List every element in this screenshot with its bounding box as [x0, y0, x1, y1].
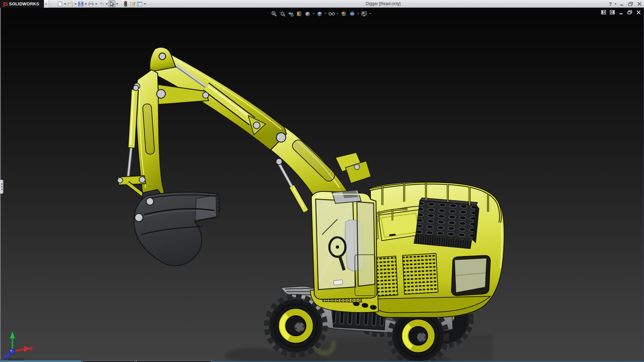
bucket[interactable]	[134, 189, 220, 266]
display-style-icon[interactable]	[316, 10, 323, 17]
restore-window-icon[interactable]	[627, 1, 634, 7]
print-icon[interactable]	[88, 0, 95, 7]
edit-appearance-icon[interactable]	[340, 10, 347, 17]
edit-note-icon[interactable]	[129, 0, 136, 7]
new-document-dropdown[interactable]	[63, 0, 67, 7]
select-dropdown[interactable]	[115, 0, 119, 7]
bottom-edge	[0, 360, 644, 362]
cab[interactable]	[311, 190, 377, 299]
chevron-left-icon	[1, 186, 2, 188]
taskbar-button-top[interactable]	[136, 360, 211, 362]
new-document-icon[interactable]	[56, 0, 63, 7]
help-dropdown[interactable]	[614, 3, 616, 5]
chevron-left-icon	[1, 188, 2, 190]
previous-view-icon[interactable]	[287, 10, 294, 17]
hide-show-items-dropdown[interactable]	[336, 10, 339, 17]
brand-name: SOLIDWORKS	[9, 2, 39, 6]
section-view-icon[interactable]	[295, 10, 303, 17]
save-icon[interactable]	[77, 0, 84, 7]
window-title: Digger [Read-only]	[366, 1, 400, 6]
apply-scene-dropdown[interactable]	[357, 10, 360, 17]
print-dropdown[interactable]	[95, 0, 98, 7]
minimize-window-icon[interactable]	[619, 1, 625, 7]
close-window-icon[interactable]	[636, 1, 643, 7]
help-icon[interactable]: ?	[608, 1, 612, 7]
hide-show-items-icon[interactable]	[328, 10, 335, 17]
headsup-view-toolbar	[270, 10, 372, 17]
orientation-triad	[4, 331, 33, 359]
document-window-controls	[601, 10, 641, 15]
chevron-left-icon	[1, 183, 2, 185]
standard-toolbar	[56, 0, 147, 8]
open-icon[interactable]	[67, 0, 74, 7]
zoom-to-fit-icon[interactable]	[270, 10, 278, 17]
view-settings-icon[interactable]	[360, 10, 368, 17]
options-dropdown[interactable]	[143, 0, 147, 7]
select-cursor-icon[interactable]	[108, 0, 115, 7]
3d-viewport[interactable]	[0, 0, 644, 362]
display-style-dropdown[interactable]	[324, 10, 327, 17]
taskbar-active-button-top[interactable]	[0, 361, 82, 362]
view-settings-dropdown[interactable]	[369, 10, 372, 17]
taskbar-edge-line	[208, 361, 644, 362]
open-dropdown[interactable]	[74, 0, 77, 7]
view-orientation-dropdown[interactable]	[312, 10, 315, 17]
ds-logo-glyph: ƷS	[2, 1, 8, 7]
traffic-light-icon[interactable]	[122, 0, 129, 7]
solidworks-window: *Dimetric ƷS SOLIDWORKS ▸	[0, 0, 644, 362]
feature-manager-splitter-tab[interactable]	[0, 180, 3, 194]
expand-right-pane-icon[interactable]	[609, 10, 615, 15]
undo-icon[interactable]	[98, 0, 105, 7]
zoom-to-area-icon[interactable]	[278, 10, 286, 17]
menu-expand-arrow[interactable]: ▸	[44, 0, 49, 8]
collapse-left-pane-icon[interactable]	[601, 10, 606, 15]
wheel-front-left[interactable]	[267, 297, 325, 355]
taskbar-button-top[interactable]	[83, 360, 135, 362]
save-dropdown[interactable]	[84, 0, 88, 7]
options-checklist-icon[interactable]	[136, 0, 143, 7]
titlebar-controls: ?	[608, 0, 643, 8]
titlebar: ƷS SOLIDWORKS ▸	[0, 0, 644, 8]
undo-dropdown[interactable]	[105, 0, 108, 7]
minimize-document-icon[interactable]	[618, 10, 624, 15]
restore-document-icon[interactable]	[627, 10, 633, 15]
apply-scene-icon[interactable]	[348, 10, 356, 17]
solidworks-logo[interactable]: ƷS SOLIDWORKS	[0, 0, 44, 8]
view-orientation-icon[interactable]	[304, 10, 311, 17]
close-document-icon[interactable]	[636, 10, 641, 15]
